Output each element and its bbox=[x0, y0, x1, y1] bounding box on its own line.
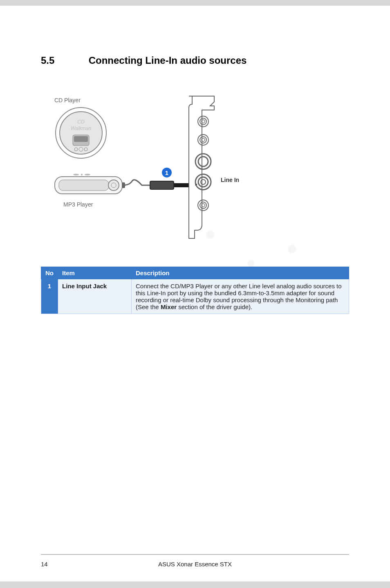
svg-rect-3 bbox=[74, 136, 88, 142]
connector-table: No Item Description 1 Line Input Jack Co… bbox=[41, 267, 349, 314]
footer-right-spacer bbox=[333, 561, 349, 568]
svg-rect-8 bbox=[59, 180, 109, 191]
line-in-label: Line In bbox=[221, 177, 239, 183]
th-description: Description bbox=[132, 267, 349, 279]
svg-point-13 bbox=[85, 174, 90, 175]
table-row: 1 Line Input Jack Connect the CD/MP3 Pla… bbox=[41, 279, 349, 314]
cell-description: Connect the CD/MP3 Player or any other L… bbox=[132, 279, 349, 314]
callout-1: 1 bbox=[162, 168, 172, 177]
diagram-svg: CD Walkman bbox=[41, 83, 352, 254]
section-title-text: Connecting Line-In audio sources bbox=[89, 55, 247, 66]
page: 5.5 Connecting Line-In audio sources CD … bbox=[0, 6, 390, 588]
section-number: 5.5 bbox=[41, 55, 86, 66]
callout-number: 1 bbox=[165, 169, 168, 176]
cd-player-icon: CD Walkman bbox=[56, 108, 106, 158]
cell-no: 1 bbox=[41, 279, 58, 314]
footer-divider bbox=[41, 554, 349, 555]
table-header-row: No Item Description bbox=[41, 267, 349, 279]
svg-point-1 bbox=[60, 112, 102, 154]
pci-bracket bbox=[189, 96, 214, 238]
svg-point-9 bbox=[108, 180, 119, 191]
cell-item: Line Input Jack bbox=[58, 279, 132, 314]
svg-rect-16 bbox=[150, 182, 173, 189]
connection-diagram: CD Player MP3 Player Line In CD Walkman bbox=[41, 83, 352, 254]
top-gray-bar bbox=[0, 0, 390, 6]
mp3-player-label: MP3 Player bbox=[63, 201, 93, 208]
page-number: 14 bbox=[41, 561, 57, 568]
svg-rect-17 bbox=[174, 183, 191, 187]
th-item: Item bbox=[58, 267, 132, 279]
svg-rect-14 bbox=[122, 182, 125, 188]
th-no: No bbox=[41, 267, 58, 279]
cd-disc-text-top: CD bbox=[77, 119, 85, 125]
svg-point-12 bbox=[81, 174, 83, 175]
mp3-player-icon bbox=[55, 174, 122, 194]
svg-point-11 bbox=[73, 174, 79, 175]
cd-disc-text-bottom: Walkman bbox=[71, 126, 91, 131]
footer-product: ASUS Xonar Essence STX bbox=[57, 561, 333, 568]
bottom-gray-bar bbox=[0, 581, 390, 588]
cd-player-label: CD Player bbox=[54, 97, 81, 103]
page-footer: 14 ASUS Xonar Essence STX bbox=[0, 554, 390, 568]
desc-post: section of the driver guide). bbox=[177, 303, 252, 310]
content-area: 5.5 Connecting Line-In audio sources CD … bbox=[0, 6, 390, 314]
desc-bold: Mixer bbox=[161, 303, 177, 310]
section-heading: 5.5 Connecting Line-In audio sources bbox=[41, 55, 349, 66]
audio-cable bbox=[122, 180, 196, 190]
